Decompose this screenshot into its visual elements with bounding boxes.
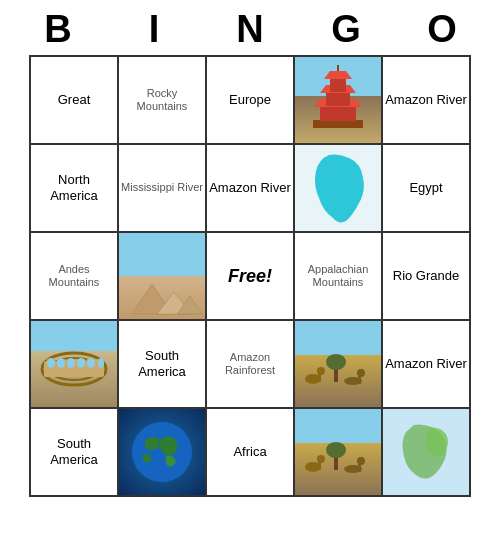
free-space-label: Free! — [228, 266, 272, 287]
cell-r4-c3 — [295, 409, 383, 497]
cell-r4-c2: Africa — [207, 409, 295, 497]
cell-label: Great — [56, 90, 93, 110]
svg-point-30 — [317, 367, 325, 375]
cell-label: Rio Grande — [391, 266, 461, 286]
cell-label: North America — [31, 170, 117, 205]
cell-r3-c3 — [295, 321, 383, 409]
cell-label: Amazon River — [383, 90, 469, 110]
svg-point-42 — [357, 457, 365, 465]
svg-point-20 — [47, 358, 55, 368]
cell-r2-c3: Appalachian Mountains — [295, 233, 383, 321]
cell-r4-c1 — [119, 409, 207, 497]
cell-r3-c2: Amazon Rainforest — [207, 321, 295, 409]
image-savanna2 — [295, 409, 381, 495]
cell-label: Egypt — [407, 178, 444, 198]
image-earth — [119, 409, 205, 495]
svg-point-25 — [98, 358, 104, 368]
image-savanna — [295, 321, 381, 407]
cell-label-small: Rocky Mountains — [119, 85, 205, 115]
cell-r0-c0: Great — [31, 57, 119, 145]
svg-rect-3 — [326, 93, 350, 106]
cell-label-small: Amazon Rainforest — [207, 349, 293, 379]
cell-label-small: Mississippi River — [119, 179, 205, 196]
svg-point-33 — [357, 369, 365, 377]
cell-r0-c1: Rocky Mountains — [119, 57, 207, 145]
image-colosseum — [31, 321, 117, 407]
cell-label: South America — [31, 434, 117, 469]
letter-b: B — [14, 8, 102, 51]
cell-label: Africa — [231, 442, 268, 462]
svg-point-27 — [326, 354, 346, 370]
cell-r1-c3 — [295, 145, 383, 233]
cell-r1-c0: North America — [31, 145, 119, 233]
letter-i: I — [110, 8, 198, 51]
cell-r2-c0: Andes Mountains — [31, 233, 119, 321]
svg-rect-5 — [330, 79, 346, 92]
svg-rect-1 — [320, 107, 356, 121]
cell-label: Amazon River — [207, 178, 293, 198]
cell-r1-c4: Egypt — [383, 145, 471, 233]
cell-r0-c2: Europe — [207, 57, 295, 145]
cell-label-small: Appalachian Mountains — [295, 261, 381, 291]
cell-label-small: Andes Mountains — [31, 261, 117, 291]
svg-point-22 — [67, 358, 75, 368]
image-europe-map — [383, 409, 469, 495]
cell-r0-c3 — [295, 57, 383, 145]
cell-r2-c2: Free! — [207, 233, 295, 321]
svg-point-24 — [87, 358, 95, 368]
svg-marker-6 — [324, 71, 352, 79]
cell-label: South America — [119, 346, 205, 381]
bingo-header: B I N G O — [10, 0, 490, 55]
cell-label: Amazon River — [383, 354, 469, 374]
svg-point-23 — [77, 358, 85, 368]
cell-r4-c4 — [383, 409, 471, 497]
cell-r1-c1: Mississippi River — [119, 145, 207, 233]
image-pagoda — [295, 57, 381, 143]
svg-point-34 — [132, 422, 192, 482]
svg-point-36 — [326, 442, 346, 458]
letter-g: G — [302, 8, 390, 51]
cell-r1-c2: Amazon River — [207, 145, 295, 233]
svg-rect-0 — [313, 120, 363, 128]
cell-r2-c4: Rio Grande — [383, 233, 471, 321]
cell-r4-c0: South America — [31, 409, 119, 497]
cell-r0-c4: Amazon River — [383, 57, 471, 145]
image-africa — [295, 145, 381, 231]
cell-label: Europe — [227, 90, 273, 110]
cell-r3-c1: South America — [119, 321, 207, 409]
image-pyramids — [119, 233, 205, 319]
cell-r3-c0 — [31, 321, 119, 409]
letter-o: O — [398, 8, 486, 51]
cell-r3-c4: Amazon River — [383, 321, 471, 409]
bingo-grid: GreatRocky MountainsEurope Amazon RiverN… — [29, 55, 471, 497]
svg-point-39 — [317, 455, 325, 463]
svg-point-21 — [57, 358, 65, 368]
cell-r2-c1 — [119, 233, 207, 321]
letter-n: N — [206, 8, 294, 51]
